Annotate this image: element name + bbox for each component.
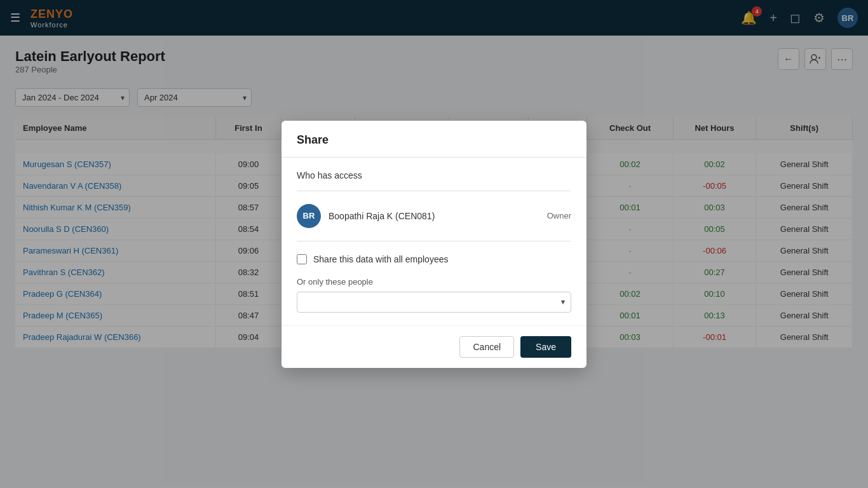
page-content: Latein Earlyout Report 287 People ← ⋯ Ja… bbox=[0, 36, 868, 488]
modal-body: Who has access BR Boopathi Raja K (CEN08… bbox=[281, 158, 587, 325]
user-role-label: Owner bbox=[547, 211, 571, 220]
modal-header: Share bbox=[281, 121, 587, 158]
save-button[interactable]: Save bbox=[520, 336, 571, 358]
share-all-checkbox-row: Share this data with all employees bbox=[297, 254, 571, 264]
modal-footer: Cancel Save bbox=[281, 325, 587, 368]
people-select-input[interactable] bbox=[297, 292, 571, 313]
people-select-wrap: ▾ bbox=[297, 292, 571, 313]
share-all-checkbox[interactable] bbox=[297, 254, 307, 264]
share-modal: Share Who has access BR Boopathi Raja K … bbox=[281, 121, 587, 368]
modal-overlay: Share Who has access BR Boopathi Raja K … bbox=[0, 0, 868, 488]
or-only-people-label: Or only these people bbox=[297, 277, 571, 287]
divider-1 bbox=[297, 191, 571, 191]
cancel-button[interactable]: Cancel bbox=[459, 336, 514, 358]
user-name-label: Boopathi Raja K (CEN081) bbox=[329, 211, 539, 221]
user-avatar-icon: BR bbox=[297, 204, 321, 228]
user-row: BR Boopathi Raja K (CEN081) Owner bbox=[297, 201, 571, 231]
divider-2 bbox=[297, 241, 571, 241]
who-has-access-label: Who has access bbox=[297, 170, 571, 180]
share-all-label[interactable]: Share this data with all employees bbox=[313, 254, 448, 264]
